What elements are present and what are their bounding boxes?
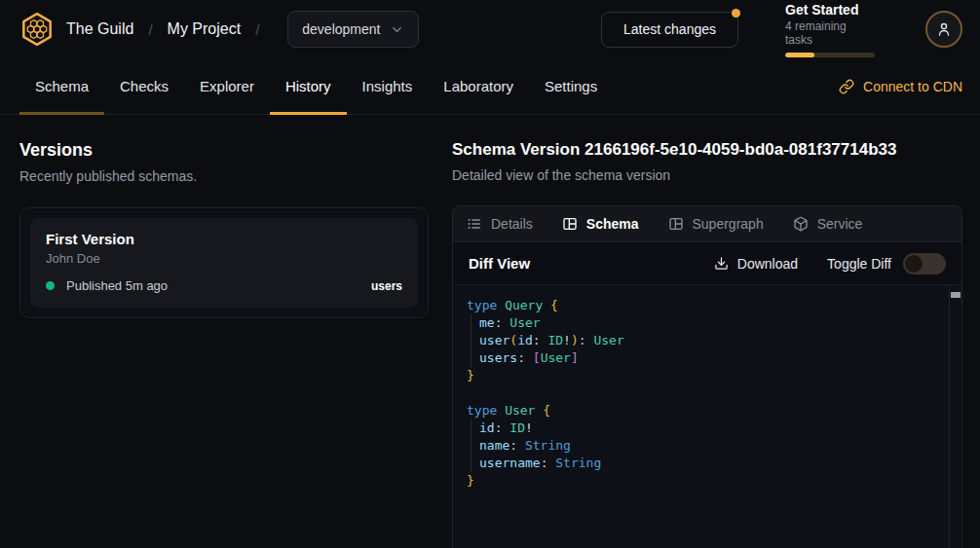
code-line: users: [User] <box>467 349 948 367</box>
toggle-diff-switch[interactable] <box>903 253 946 274</box>
code-line <box>467 384 948 402</box>
code-scrollbar[interactable] <box>949 285 961 548</box>
toggle-diff-label: Toggle Diff <box>827 256 891 272</box>
version-author: John Doe <box>46 251 402 266</box>
code-line: type Query { <box>467 297 948 314</box>
code-lines: type Query {me: Useruser(id: ID!): Useru… <box>467 297 948 490</box>
tab-schema-view-label: Schema <box>586 216 639 232</box>
diff-view-header: Diff View Download Toggle Diff <box>453 242 961 285</box>
version-service-badge: users <box>371 279 402 293</box>
schema-detail-card: Details Schema Supergraph <box>452 205 962 548</box>
diff-view-title: Diff View <box>469 255 530 272</box>
version-status-row: Published 5m ago users <box>46 278 402 293</box>
breadcrumb-separator: / <box>148 21 152 38</box>
tab-details[interactable]: Details <box>467 216 533 232</box>
connect-to-cdn-button[interactable]: Connect to CDN <box>839 58 962 114</box>
tab-checks[interactable]: Checks <box>104 58 184 114</box>
get-started-title: Get Started <box>785 2 875 18</box>
tab-supergraph[interactable]: Supergraph <box>668 216 764 232</box>
notification-dot <box>732 9 740 18</box>
breadcrumb-org[interactable]: The Guild <box>66 20 133 38</box>
tab-settings[interactable]: Settings <box>529 58 613 114</box>
tab-supergraph-label: Supergraph <box>693 216 764 232</box>
version-status-text: Published 5m ago <box>66 278 168 293</box>
published-status-dot <box>46 281 55 290</box>
code-line: name: String <box>467 437 948 455</box>
chevron-down-icon <box>390 22 404 37</box>
tab-laboratory[interactable]: Laboratory <box>428 58 529 114</box>
get-started-progress-bar <box>785 53 875 57</box>
get-started-widget[interactable]: Get Started 4 remaining tasks <box>785 2 875 57</box>
tab-service[interactable]: Service <box>793 216 863 232</box>
tab-service-label: Service <box>817 216 863 232</box>
download-icon <box>714 256 729 271</box>
schema-code-viewer: type Query {me: Useruser(id: ID!): Useru… <box>453 285 961 548</box>
link-icon <box>839 79 854 94</box>
tab-history[interactable]: History <box>270 58 347 114</box>
hive-logo-icon[interactable] <box>18 10 57 49</box>
code-line: } <box>467 472 948 490</box>
target-selector-value: development <box>302 21 380 37</box>
tab-schema-view[interactable]: Schema <box>562 216 639 232</box>
versions-panel: Versions Recently published schemas. Fir… <box>19 140 429 548</box>
schema-version-title: Schema Version 2166196f-5e10-4059-bd0a-0… <box>452 140 962 160</box>
schema-version-panel: Schema Version 2166196f-5e10-4059-bd0a-0… <box>452 140 962 548</box>
latest-changes-label: Latest changes <box>623 21 716 37</box>
connect-to-cdn-label: Connect to CDN <box>863 79 962 94</box>
target-selector[interactable]: development <box>287 11 419 48</box>
code-line: username: String <box>467 455 948 472</box>
list-icon <box>467 216 482 232</box>
layout-icon <box>562 216 578 232</box>
versions-subtitle: Recently published schemas. <box>19 168 429 184</box>
version-name: First Version <box>46 231 402 247</box>
code-line: type User { <box>467 402 948 420</box>
code-line: me: User <box>467 314 948 332</box>
tab-explorer[interactable]: Explorer <box>184 58 270 114</box>
cube-icon <box>793 216 809 232</box>
download-button[interactable]: Download <box>714 256 798 272</box>
scrollbar-thumb[interactable] <box>951 292 961 298</box>
main-nav: Schema Checks Explorer History Insights … <box>0 58 980 115</box>
switch-knob <box>905 255 923 273</box>
user-avatar[interactable] <box>925 11 962 48</box>
breadcrumb-separator: / <box>255 21 259 38</box>
version-list-item[interactable]: First Version John Doe Published 5m ago … <box>30 218 418 308</box>
versions-list: First Version John Doe Published 5m ago … <box>19 207 429 318</box>
code-line: user(id: ID!): User <box>467 332 948 349</box>
download-label: Download <box>737 256 798 272</box>
get-started-subtitle: 4 remaining tasks <box>785 19 875 47</box>
person-icon <box>935 20 953 38</box>
breadcrumb: The Guild / My Project / <box>66 20 274 38</box>
breadcrumb-project[interactable]: My Project <box>168 20 242 38</box>
get-started-progress-fill <box>785 53 814 57</box>
code-line: id: ID! <box>467 420 948 437</box>
detail-tab-bar: Details Schema Supergraph <box>453 206 961 242</box>
schema-version-subtitle: Detailed view of the schema version <box>452 167 962 183</box>
top-header: The Guild / My Project / development Lat… <box>0 0 980 58</box>
tab-details-label: Details <box>491 216 533 232</box>
code-line: } <box>467 367 948 384</box>
versions-title: Versions <box>19 140 429 161</box>
latest-changes-button[interactable]: Latest changes <box>601 12 738 48</box>
layout-icon <box>668 216 684 232</box>
tab-insights[interactable]: Insights <box>347 58 429 114</box>
main-content: Versions Recently published schemas. Fir… <box>0 115 980 548</box>
tab-schema[interactable]: Schema <box>19 58 104 114</box>
